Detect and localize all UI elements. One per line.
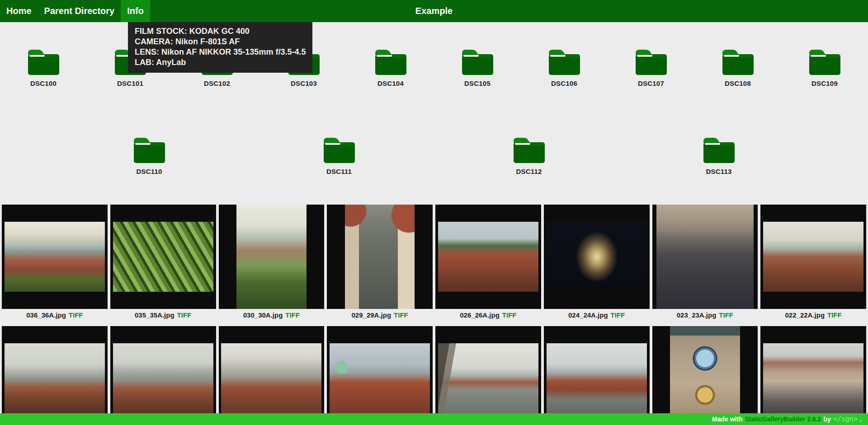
photo-caption: 029_29A.jpg TIFF bbox=[327, 309, 433, 321]
photo-image bbox=[656, 205, 754, 309]
photo-image bbox=[438, 343, 538, 413]
photo-link[interactable] bbox=[110, 205, 216, 309]
photo-thumbnail: 024_24A.jpg TIFF bbox=[544, 205, 650, 321]
folder-icon bbox=[321, 135, 357, 164]
folder-icon bbox=[26, 47, 61, 76]
photo-caption: 022_22A.jpg TIFF bbox=[760, 309, 866, 321]
photo-image bbox=[547, 343, 647, 413]
photo-filename: 023_23A.jpg bbox=[677, 311, 717, 319]
photo-grid-row-2 bbox=[0, 326, 868, 425]
photo-image bbox=[547, 222, 647, 292]
photo-link[interactable] bbox=[219, 326, 325, 425]
photo-image bbox=[763, 343, 863, 413]
folder-item[interactable]: DSC113 bbox=[699, 135, 738, 175]
photo-thumbnail bbox=[327, 326, 433, 425]
tiff-download-link[interactable]: TIFF bbox=[285, 311, 300, 319]
folder-item[interactable]: DSC110 bbox=[130, 135, 169, 175]
navbar: HomeParent DirectoryInfo Example bbox=[0, 0, 868, 22]
photo-grid-row-1: 036_36A.jpg TIFF 035_35A.jpg TIFF 030_30… bbox=[0, 205, 868, 321]
folder-label: DSC110 bbox=[136, 168, 162, 175]
photo-link[interactable] bbox=[219, 205, 325, 309]
folder-label: DSC105 bbox=[464, 79, 491, 87]
photo-link[interactable] bbox=[652, 205, 758, 309]
tiff-download-link[interactable]: TIFF bbox=[502, 311, 517, 319]
folder-icon bbox=[807, 47, 842, 76]
folder-icon bbox=[633, 47, 669, 76]
folder-item[interactable]: DSC108 bbox=[694, 47, 781, 87]
photo-thumbnail: 026_26A.jpg TIFF bbox=[435, 205, 541, 321]
photo-filename: 035_35A.jpg bbox=[135, 311, 175, 319]
photo-filename: 029_29A.jpg bbox=[352, 311, 392, 319]
folder-icon bbox=[511, 135, 547, 164]
photo-link[interactable] bbox=[327, 326, 433, 425]
footer-by: by bbox=[824, 416, 831, 423]
folder-item[interactable]: DSC106 bbox=[521, 47, 608, 87]
folder-item[interactable]: DSC109 bbox=[781, 47, 868, 87]
footer-sgn-logo-link[interactable]: </sgn> bbox=[833, 415, 858, 423]
info-tooltip-line: FILM STOCK: KODAK GC 400 bbox=[135, 26, 306, 37]
photo-image bbox=[438, 222, 538, 292]
footer-builder-link[interactable]: StaticGalleryBuilder 2.6.2 bbox=[745, 416, 821, 423]
photo-link[interactable] bbox=[652, 326, 758, 425]
photo-link[interactable] bbox=[2, 205, 108, 309]
photo-link[interactable] bbox=[760, 205, 866, 309]
photo-link[interactable] bbox=[435, 205, 541, 309]
photo-caption: 023_23A.jpg TIFF bbox=[652, 309, 758, 321]
photo-filename: 030_30A.jpg bbox=[243, 311, 283, 319]
footer: Made with StaticGalleryBuilder 2.6.2 by … bbox=[0, 413, 868, 425]
folder-label: DSC107 bbox=[638, 79, 664, 87]
photo-thumbnail bbox=[760, 326, 866, 425]
folder-item[interactable]: DSC105 bbox=[434, 47, 521, 87]
nav-item[interactable]: Info bbox=[121, 0, 150, 22]
folder-icon bbox=[547, 47, 582, 76]
photo-image bbox=[5, 343, 105, 413]
photo-link[interactable] bbox=[760, 326, 866, 425]
tiff-download-link[interactable]: TIFF bbox=[611, 311, 625, 319]
photo-link[interactable] bbox=[327, 205, 433, 309]
folder-label: DSC108 bbox=[725, 79, 751, 87]
photo-thumbnail bbox=[544, 326, 650, 425]
folder-item[interactable]: DSC104 bbox=[347, 47, 434, 87]
photo-thumbnail bbox=[110, 326, 216, 425]
folder-item[interactable]: DSC100 bbox=[0, 47, 87, 87]
photo-link[interactable] bbox=[110, 326, 216, 425]
photo-image bbox=[113, 222, 213, 292]
folder-label: DSC113 bbox=[706, 168, 731, 175]
tiff-download-link[interactable]: TIFF bbox=[69, 311, 83, 319]
tiff-download-link[interactable]: TIFF bbox=[827, 311, 842, 319]
photo-link[interactable] bbox=[435, 326, 541, 425]
photo-image bbox=[236, 205, 306, 309]
nav-item[interactable]: Home bbox=[0, 0, 38, 22]
navbar-menu: HomeParent DirectoryInfo bbox=[0, 0, 150, 22]
folder-item[interactable]: DSC107 bbox=[608, 47, 694, 87]
nav-item[interactable]: Parent Directory bbox=[38, 0, 121, 22]
footer-made-with: Made with bbox=[712, 416, 743, 423]
photo-thumbnail: 030_30A.jpg TIFF bbox=[219, 205, 325, 321]
photo-filename: 022_22A.jpg bbox=[785, 311, 825, 319]
folder-item[interactable]: DSC111 bbox=[320, 135, 359, 175]
photo-link[interactable] bbox=[2, 326, 108, 425]
folder-label: DSC109 bbox=[811, 79, 838, 87]
folder-label: DSC104 bbox=[377, 79, 404, 87]
photo-caption: 036_36A.jpg TIFF bbox=[2, 309, 108, 321]
photo-filename: 024_24A.jpg bbox=[568, 311, 608, 319]
folder-label: DSC102 bbox=[204, 79, 230, 87]
folder-label: DSC101 bbox=[117, 79, 143, 87]
tiff-download-link[interactable]: TIFF bbox=[719, 311, 733, 319]
photo-link[interactable] bbox=[544, 326, 650, 425]
folder-item[interactable]: DSC112 bbox=[509, 135, 548, 175]
photo-caption: 024_24A.jpg TIFF bbox=[544, 309, 650, 321]
photo-thumbnail: 022_22A.jpg TIFF bbox=[760, 205, 866, 321]
info-tooltip-line: CAMERA: Nikon F-801S AF bbox=[135, 37, 306, 47]
photo-thumbnail: 023_23A.jpg TIFF bbox=[652, 205, 758, 321]
tiff-download-link[interactable]: TIFF bbox=[177, 311, 192, 319]
photo-link[interactable] bbox=[544, 205, 650, 309]
photo-image bbox=[221, 343, 321, 413]
tiff-download-link[interactable]: TIFF bbox=[394, 311, 408, 319]
folder-icon bbox=[460, 47, 495, 76]
info-tooltip: FILM STOCK: KODAK GC 400CAMERA: Nikon F-… bbox=[128, 22, 312, 73]
photo-thumbnail: 036_36A.jpg TIFF bbox=[2, 205, 108, 321]
photo-image bbox=[670, 326, 740, 425]
folder-label: DSC106 bbox=[551, 79, 577, 87]
footer-period: . bbox=[860, 416, 862, 423]
